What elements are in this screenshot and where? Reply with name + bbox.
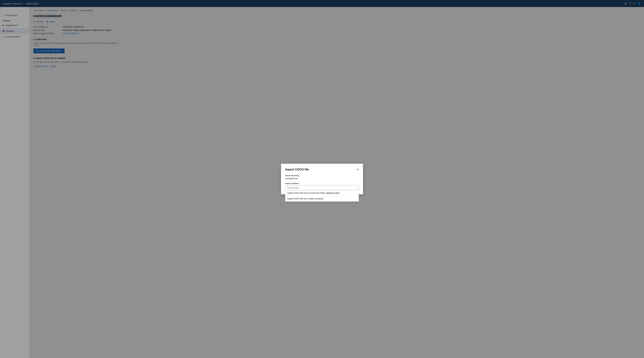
- import-method-dropdown-container: Please select ⌄ Import COCO file from an…: [285, 185, 359, 190]
- import-method-dropdown[interactable]: Please select ⌄: [285, 185, 359, 190]
- import-coco-modal: Import COCO file ✕ Azure directory micro…: [281, 164, 363, 194]
- modal-overlay: Import COCO file ✕ Azure directory micro…: [0, 0, 644, 358]
- dropdown-options-list: Import COCO file from an Azure ML Data L…: [285, 190, 359, 202]
- dropdown-placeholder: Please select: [287, 187, 299, 189]
- dropdown-option-blob[interactable]: Import COCO file from a Blob Container: [285, 196, 359, 201]
- modal-header: Import COCO file ✕: [285, 168, 359, 171]
- import-method-label: Import method *: [285, 182, 359, 184]
- modal-title: Import COCO file: [285, 168, 309, 171]
- azure-directory-value: microsoft.com: [285, 177, 359, 180]
- dropdown-option-azure-ml[interactable]: Import COCO file from an Azure ML Data L…: [285, 190, 359, 196]
- modal-close-button[interactable]: ✕: [356, 168, 359, 171]
- azure-directory-label: Azure directory: [285, 174, 359, 177]
- required-star: *: [299, 182, 300, 184]
- dropdown-chevron-icon: ⌄: [356, 187, 357, 189]
